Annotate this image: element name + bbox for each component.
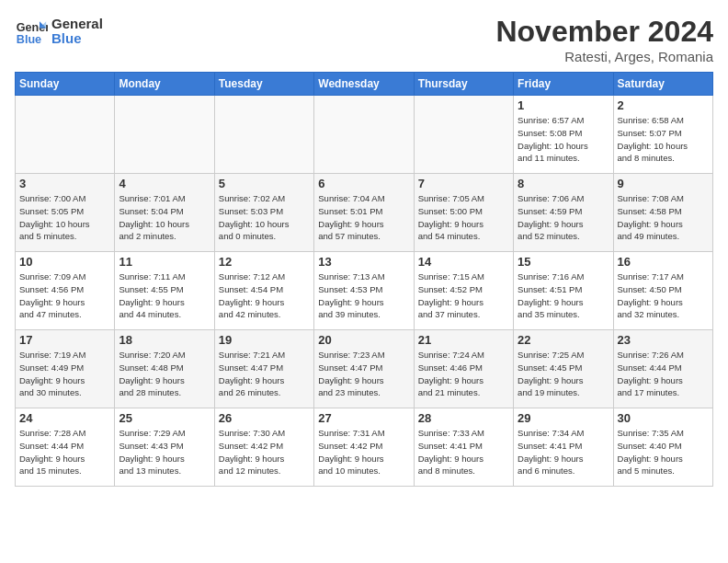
- day-number: 22: [518, 333, 609, 347]
- day-number: 23: [618, 333, 709, 347]
- day-info: Sunrise: 7:17 AM Sunset: 4:50 PM Dayligh…: [618, 270, 709, 321]
- day-number: 11: [119, 255, 210, 269]
- day-number: 20: [318, 333, 409, 347]
- calendar-cell: 11Sunrise: 7:11 AM Sunset: 4:55 PM Dayli…: [115, 252, 214, 330]
- day-info: Sunrise: 7:21 AM Sunset: 4:47 PM Dayligh…: [219, 349, 310, 399]
- day-info: Sunrise: 7:13 AM Sunset: 4:53 PM Dayligh…: [318, 270, 409, 321]
- calendar-header-row: SundayMondayTuesdayWednesdayThursdayFrid…: [16, 73, 713, 96]
- day-info: Sunrise: 7:04 AM Sunset: 5:01 PM Dayligh…: [318, 192, 409, 243]
- day-number: 3: [19, 177, 110, 190]
- svg-text:Blue: Blue: [17, 33, 41, 46]
- day-number: 16: [618, 255, 709, 269]
- day-info: Sunrise: 6:58 AM Sunset: 5:07 PM Dayligh…: [618, 114, 709, 165]
- calendar-cell: 1Sunrise: 6:57 AM Sunset: 5:08 PM Daylig…: [514, 96, 613, 174]
- day-info: Sunrise: 7:30 AM Sunset: 4:42 PM Dayligh…: [219, 427, 310, 477]
- calendar-cell: 5Sunrise: 7:02 AM Sunset: 5:03 PM Daylig…: [214, 174, 313, 252]
- day-number: 14: [418, 255, 509, 269]
- day-number: 9: [618, 177, 709, 190]
- calendar-cell: [115, 96, 214, 174]
- day-number: 27: [318, 411, 409, 425]
- day-info: Sunrise: 7:08 AM Sunset: 4:58 PM Dayligh…: [618, 192, 709, 243]
- day-info: Sunrise: 7:09 AM Sunset: 4:56 PM Dayligh…: [19, 270, 110, 321]
- day-number: 5: [219, 177, 310, 190]
- day-header-tuesday: Tuesday: [214, 73, 313, 96]
- calendar-cell: [16, 96, 115, 174]
- day-number: 7: [418, 177, 509, 190]
- day-number: 4: [119, 177, 210, 190]
- day-info: Sunrise: 7:31 AM Sunset: 4:42 PM Dayligh…: [318, 427, 409, 477]
- title-area: November 2024 Ratesti, Arges, Romania: [495, 15, 713, 64]
- day-info: Sunrise: 7:34 AM Sunset: 4:41 PM Dayligh…: [518, 427, 609, 477]
- day-info: Sunrise: 7:05 AM Sunset: 5:00 PM Dayligh…: [418, 192, 509, 243]
- day-number: 12: [219, 255, 310, 269]
- calendar-week-1: 1Sunrise: 6:57 AM Sunset: 5:08 PM Daylig…: [16, 96, 713, 174]
- calendar-week-3: 10Sunrise: 7:09 AM Sunset: 4:56 PM Dayli…: [16, 252, 713, 330]
- day-info: Sunrise: 7:25 AM Sunset: 4:45 PM Dayligh…: [518, 349, 609, 399]
- day-info: Sunrise: 7:01 AM Sunset: 5:04 PM Dayligh…: [119, 192, 210, 243]
- calendar-cell: 6Sunrise: 7:04 AM Sunset: 5:01 PM Daylig…: [314, 174, 414, 252]
- calendar-cell: [214, 96, 313, 174]
- day-info: Sunrise: 7:12 AM Sunset: 4:54 PM Dayligh…: [219, 270, 310, 321]
- calendar-cell: 10Sunrise: 7:09 AM Sunset: 4:56 PM Dayli…: [16, 252, 115, 330]
- day-info: Sunrise: 7:00 AM Sunset: 5:05 PM Dayligh…: [19, 192, 110, 243]
- day-info: Sunrise: 7:06 AM Sunset: 4:59 PM Dayligh…: [518, 192, 609, 243]
- logo: General Blue General Blue: [15, 15, 103, 48]
- calendar-cell: 20Sunrise: 7:23 AM Sunset: 4:47 PM Dayli…: [314, 330, 414, 408]
- calendar-cell: 4Sunrise: 7:01 AM Sunset: 5:04 PM Daylig…: [115, 174, 214, 252]
- day-number: 13: [318, 255, 409, 269]
- day-header-monday: Monday: [115, 73, 214, 96]
- calendar-cell: 29Sunrise: 7:34 AM Sunset: 4:41 PM Dayli…: [514, 408, 613, 487]
- day-info: Sunrise: 7:35 AM Sunset: 4:40 PM Dayligh…: [618, 427, 709, 477]
- day-header-wednesday: Wednesday: [314, 73, 414, 96]
- day-info: Sunrise: 7:15 AM Sunset: 4:52 PM Dayligh…: [418, 270, 509, 321]
- day-number: 24: [19, 411, 110, 425]
- logo-line2: Blue: [51, 31, 103, 47]
- calendar-cell: 14Sunrise: 7:15 AM Sunset: 4:52 PM Dayli…: [414, 252, 513, 330]
- calendar-cell: 28Sunrise: 7:33 AM Sunset: 4:41 PM Dayli…: [414, 408, 513, 487]
- day-info: Sunrise: 7:24 AM Sunset: 4:46 PM Dayligh…: [418, 349, 509, 399]
- day-number: 19: [219, 333, 310, 347]
- day-info: Sunrise: 7:02 AM Sunset: 5:03 PM Dayligh…: [219, 192, 310, 243]
- calendar-cell: 18Sunrise: 7:20 AM Sunset: 4:48 PM Dayli…: [115, 330, 214, 408]
- calendar-cell: 13Sunrise: 7:13 AM Sunset: 4:53 PM Dayli…: [314, 252, 414, 330]
- logo-line1: General: [51, 17, 103, 32]
- day-number: 15: [518, 255, 609, 269]
- day-info: Sunrise: 7:20 AM Sunset: 4:48 PM Dayligh…: [119, 349, 210, 399]
- day-info: Sunrise: 7:16 AM Sunset: 4:51 PM Dayligh…: [518, 270, 609, 321]
- day-number: 29: [518, 411, 609, 425]
- day-number: 18: [119, 333, 210, 347]
- calendar-cell: 19Sunrise: 7:21 AM Sunset: 4:47 PM Dayli…: [214, 330, 313, 408]
- calendar-cell: 16Sunrise: 7:17 AM Sunset: 4:50 PM Dayli…: [613, 252, 712, 330]
- day-number: 8: [518, 177, 609, 190]
- day-number: 6: [318, 177, 409, 190]
- day-header-saturday: Saturday: [613, 73, 712, 96]
- calendar-cell: 25Sunrise: 7:29 AM Sunset: 4:43 PM Dayli…: [115, 408, 214, 487]
- calendar-week-4: 17Sunrise: 7:19 AM Sunset: 4:49 PM Dayli…: [16, 330, 713, 408]
- header: General Blue General Blue November 2024 …: [15, 15, 713, 64]
- calendar-cell: 22Sunrise: 7:25 AM Sunset: 4:45 PM Dayli…: [514, 330, 613, 408]
- day-number: 17: [19, 333, 110, 347]
- calendar-cell: 12Sunrise: 7:12 AM Sunset: 4:54 PM Dayli…: [214, 252, 313, 330]
- day-info: Sunrise: 7:23 AM Sunset: 4:47 PM Dayligh…: [318, 349, 409, 399]
- calendar-cell: 30Sunrise: 7:35 AM Sunset: 4:40 PM Dayli…: [613, 408, 712, 487]
- calendar-cell: 21Sunrise: 7:24 AM Sunset: 4:46 PM Dayli…: [414, 330, 513, 408]
- day-number: 26: [219, 411, 310, 425]
- calendar-cell: 15Sunrise: 7:16 AM Sunset: 4:51 PM Dayli…: [514, 252, 613, 330]
- day-number: 21: [418, 333, 509, 347]
- day-header-thursday: Thursday: [414, 73, 513, 96]
- day-number: 28: [418, 411, 509, 425]
- calendar-cell: 26Sunrise: 7:30 AM Sunset: 4:42 PM Dayli…: [214, 408, 313, 487]
- calendar-cell: 7Sunrise: 7:05 AM Sunset: 5:00 PM Daylig…: [414, 174, 513, 252]
- calendar-week-5: 24Sunrise: 7:28 AM Sunset: 4:44 PM Dayli…: [16, 408, 713, 487]
- calendar-cell: 17Sunrise: 7:19 AM Sunset: 4:49 PM Dayli…: [16, 330, 115, 408]
- day-info: Sunrise: 7:33 AM Sunset: 4:41 PM Dayligh…: [418, 427, 509, 477]
- calendar-cell: 2Sunrise: 6:58 AM Sunset: 5:07 PM Daylig…: [613, 96, 712, 174]
- calendar-week-2: 3Sunrise: 7:00 AM Sunset: 5:05 PM Daylig…: [16, 174, 713, 252]
- day-number: 1: [518, 98, 609, 112]
- calendar-cell: 9Sunrise: 7:08 AM Sunset: 4:58 PM Daylig…: [613, 174, 712, 252]
- day-info: Sunrise: 7:26 AM Sunset: 4:44 PM Dayligh…: [618, 349, 709, 399]
- calendar-cell: 27Sunrise: 7:31 AM Sunset: 4:42 PM Dayli…: [314, 408, 414, 487]
- day-info: Sunrise: 6:57 AM Sunset: 5:08 PM Dayligh…: [518, 114, 609, 165]
- calendar-cell: 3Sunrise: 7:00 AM Sunset: 5:05 PM Daylig…: [16, 174, 115, 252]
- day-info: Sunrise: 7:11 AM Sunset: 4:55 PM Dayligh…: [119, 270, 210, 321]
